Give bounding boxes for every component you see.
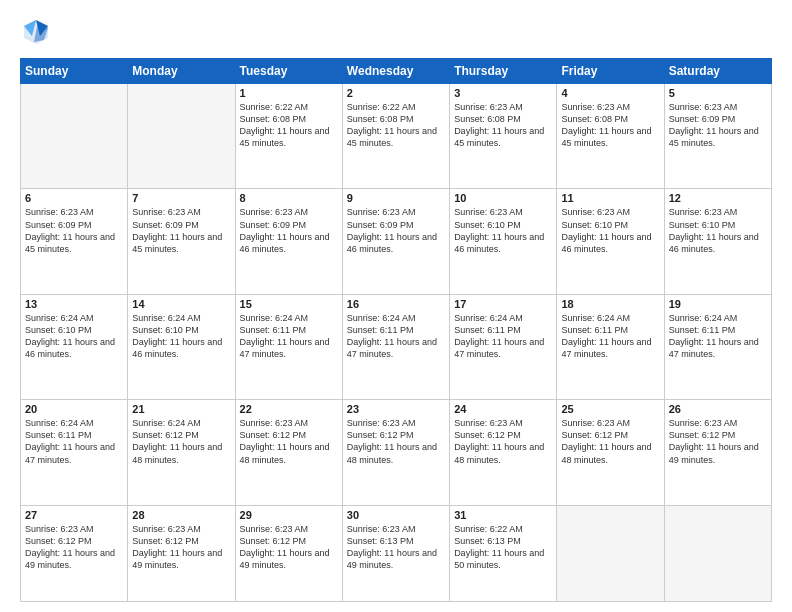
day-number: 29 [240, 509, 338, 521]
calendar-cell [128, 84, 235, 189]
weekday-header-wednesday: Wednesday [342, 59, 449, 84]
day-number: 7 [132, 192, 230, 204]
day-info: Sunrise: 6:22 AM Sunset: 6:08 PM Dayligh… [240, 101, 338, 150]
calendar-cell: 15Sunrise: 6:24 AM Sunset: 6:11 PM Dayli… [235, 294, 342, 399]
day-info: Sunrise: 6:23 AM Sunset: 6:10 PM Dayligh… [669, 206, 767, 255]
day-number: 17 [454, 298, 552, 310]
calendar-cell: 20Sunrise: 6:24 AM Sunset: 6:11 PM Dayli… [21, 400, 128, 505]
calendar-cell: 26Sunrise: 6:23 AM Sunset: 6:12 PM Dayli… [664, 400, 771, 505]
calendar-cell [21, 84, 128, 189]
calendar-cell: 17Sunrise: 6:24 AM Sunset: 6:11 PM Dayli… [450, 294, 557, 399]
calendar-cell [664, 505, 771, 601]
calendar-cell: 18Sunrise: 6:24 AM Sunset: 6:11 PM Dayli… [557, 294, 664, 399]
day-info: Sunrise: 6:22 AM Sunset: 6:08 PM Dayligh… [347, 101, 445, 150]
header [20, 16, 772, 48]
calendar-cell: 6Sunrise: 6:23 AM Sunset: 6:09 PM Daylig… [21, 189, 128, 294]
day-info: Sunrise: 6:23 AM Sunset: 6:12 PM Dayligh… [240, 523, 338, 572]
day-info: Sunrise: 6:23 AM Sunset: 6:09 PM Dayligh… [669, 101, 767, 150]
day-info: Sunrise: 6:23 AM Sunset: 6:09 PM Dayligh… [240, 206, 338, 255]
day-info: Sunrise: 6:24 AM Sunset: 6:11 PM Dayligh… [240, 312, 338, 361]
day-info: Sunrise: 6:23 AM Sunset: 6:10 PM Dayligh… [454, 206, 552, 255]
day-number: 28 [132, 509, 230, 521]
day-number: 15 [240, 298, 338, 310]
calendar-week-1: 1Sunrise: 6:22 AM Sunset: 6:08 PM Daylig… [21, 84, 772, 189]
logo [20, 16, 56, 48]
page: SundayMondayTuesdayWednesdayThursdayFrid… [0, 0, 792, 612]
day-number: 24 [454, 403, 552, 415]
calendar-cell: 19Sunrise: 6:24 AM Sunset: 6:11 PM Dayli… [664, 294, 771, 399]
calendar-week-5: 27Sunrise: 6:23 AM Sunset: 6:12 PM Dayli… [21, 505, 772, 601]
day-number: 12 [669, 192, 767, 204]
day-number: 8 [240, 192, 338, 204]
day-info: Sunrise: 6:23 AM Sunset: 6:12 PM Dayligh… [669, 417, 767, 466]
day-info: Sunrise: 6:23 AM Sunset: 6:09 PM Dayligh… [347, 206, 445, 255]
day-info: Sunrise: 6:24 AM Sunset: 6:11 PM Dayligh… [561, 312, 659, 361]
weekday-header-monday: Monday [128, 59, 235, 84]
day-number: 31 [454, 509, 552, 521]
day-info: Sunrise: 6:23 AM Sunset: 6:10 PM Dayligh… [561, 206, 659, 255]
calendar-cell: 3Sunrise: 6:23 AM Sunset: 6:08 PM Daylig… [450, 84, 557, 189]
day-number: 22 [240, 403, 338, 415]
calendar-cell: 13Sunrise: 6:24 AM Sunset: 6:10 PM Dayli… [21, 294, 128, 399]
day-info: Sunrise: 6:24 AM Sunset: 6:11 PM Dayligh… [25, 417, 123, 466]
calendar-week-3: 13Sunrise: 6:24 AM Sunset: 6:10 PM Dayli… [21, 294, 772, 399]
day-info: Sunrise: 6:23 AM Sunset: 6:13 PM Dayligh… [347, 523, 445, 572]
calendar-cell: 5Sunrise: 6:23 AM Sunset: 6:09 PM Daylig… [664, 84, 771, 189]
calendar-cell: 12Sunrise: 6:23 AM Sunset: 6:10 PM Dayli… [664, 189, 771, 294]
day-number: 14 [132, 298, 230, 310]
day-number: 23 [347, 403, 445, 415]
calendar-cell: 29Sunrise: 6:23 AM Sunset: 6:12 PM Dayli… [235, 505, 342, 601]
calendar-cell: 16Sunrise: 6:24 AM Sunset: 6:11 PM Dayli… [342, 294, 449, 399]
calendar-cell: 27Sunrise: 6:23 AM Sunset: 6:12 PM Dayli… [21, 505, 128, 601]
weekday-header-thursday: Thursday [450, 59, 557, 84]
day-number: 21 [132, 403, 230, 415]
calendar-week-4: 20Sunrise: 6:24 AM Sunset: 6:11 PM Dayli… [21, 400, 772, 505]
calendar-cell: 2Sunrise: 6:22 AM Sunset: 6:08 PM Daylig… [342, 84, 449, 189]
calendar-cell [557, 505, 664, 601]
day-info: Sunrise: 6:23 AM Sunset: 6:08 PM Dayligh… [454, 101, 552, 150]
calendar-cell: 28Sunrise: 6:23 AM Sunset: 6:12 PM Dayli… [128, 505, 235, 601]
day-number: 18 [561, 298, 659, 310]
calendar-cell: 23Sunrise: 6:23 AM Sunset: 6:12 PM Dayli… [342, 400, 449, 505]
logo-icon [20, 16, 52, 48]
day-info: Sunrise: 6:24 AM Sunset: 6:11 PM Dayligh… [669, 312, 767, 361]
day-number: 9 [347, 192, 445, 204]
day-number: 25 [561, 403, 659, 415]
day-info: Sunrise: 6:23 AM Sunset: 6:12 PM Dayligh… [347, 417, 445, 466]
day-info: Sunrise: 6:24 AM Sunset: 6:11 PM Dayligh… [347, 312, 445, 361]
day-info: Sunrise: 6:23 AM Sunset: 6:08 PM Dayligh… [561, 101, 659, 150]
day-info: Sunrise: 6:23 AM Sunset: 6:09 PM Dayligh… [132, 206, 230, 255]
weekday-header-tuesday: Tuesday [235, 59, 342, 84]
day-info: Sunrise: 6:22 AM Sunset: 6:13 PM Dayligh… [454, 523, 552, 572]
day-number: 11 [561, 192, 659, 204]
weekday-header-friday: Friday [557, 59, 664, 84]
calendar-cell: 31Sunrise: 6:22 AM Sunset: 6:13 PM Dayli… [450, 505, 557, 601]
day-info: Sunrise: 6:23 AM Sunset: 6:12 PM Dayligh… [25, 523, 123, 572]
day-number: 6 [25, 192, 123, 204]
day-info: Sunrise: 6:24 AM Sunset: 6:10 PM Dayligh… [25, 312, 123, 361]
day-number: 16 [347, 298, 445, 310]
calendar-cell: 21Sunrise: 6:24 AM Sunset: 6:12 PM Dayli… [128, 400, 235, 505]
calendar-cell: 1Sunrise: 6:22 AM Sunset: 6:08 PM Daylig… [235, 84, 342, 189]
day-info: Sunrise: 6:23 AM Sunset: 6:12 PM Dayligh… [454, 417, 552, 466]
day-number: 2 [347, 87, 445, 99]
day-number: 13 [25, 298, 123, 310]
day-info: Sunrise: 6:23 AM Sunset: 6:09 PM Dayligh… [25, 206, 123, 255]
weekday-header-sunday: Sunday [21, 59, 128, 84]
calendar-week-2: 6Sunrise: 6:23 AM Sunset: 6:09 PM Daylig… [21, 189, 772, 294]
weekday-header-row: SundayMondayTuesdayWednesdayThursdayFrid… [21, 59, 772, 84]
calendar-cell: 25Sunrise: 6:23 AM Sunset: 6:12 PM Dayli… [557, 400, 664, 505]
day-number: 4 [561, 87, 659, 99]
day-number: 26 [669, 403, 767, 415]
day-number: 20 [25, 403, 123, 415]
calendar-cell: 10Sunrise: 6:23 AM Sunset: 6:10 PM Dayli… [450, 189, 557, 294]
day-number: 3 [454, 87, 552, 99]
day-number: 19 [669, 298, 767, 310]
calendar-cell: 22Sunrise: 6:23 AM Sunset: 6:12 PM Dayli… [235, 400, 342, 505]
calendar-cell: 7Sunrise: 6:23 AM Sunset: 6:09 PM Daylig… [128, 189, 235, 294]
calendar-cell: 8Sunrise: 6:23 AM Sunset: 6:09 PM Daylig… [235, 189, 342, 294]
calendar-cell: 9Sunrise: 6:23 AM Sunset: 6:09 PM Daylig… [342, 189, 449, 294]
calendar-cell: 24Sunrise: 6:23 AM Sunset: 6:12 PM Dayli… [450, 400, 557, 505]
calendar-cell: 11Sunrise: 6:23 AM Sunset: 6:10 PM Dayli… [557, 189, 664, 294]
day-info: Sunrise: 6:24 AM Sunset: 6:12 PM Dayligh… [132, 417, 230, 466]
